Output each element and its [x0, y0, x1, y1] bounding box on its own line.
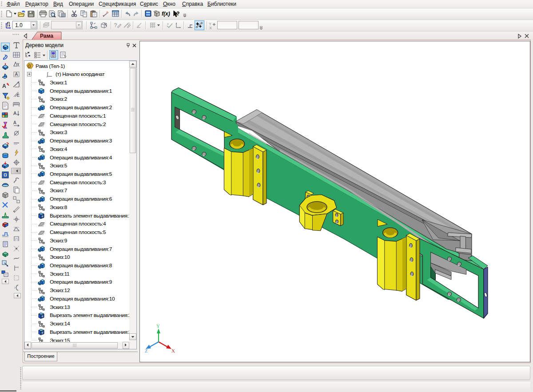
svg-text:Y: Y [156, 323, 160, 329]
svg-text:A: A [15, 72, 18, 77]
svg-text:?: ? [176, 11, 179, 17]
svg-text:Z: Z [145, 348, 148, 353]
svg-text:X: X [209, 26, 212, 30]
svg-text:A: A [13, 120, 16, 125]
svg-text:A: A [13, 111, 17, 116]
svg-text:A: A [2, 83, 6, 89]
svg-text:X: X [171, 348, 175, 353]
svg-text:?: ? [114, 22, 117, 28]
svg-text:E: E [17, 93, 20, 98]
